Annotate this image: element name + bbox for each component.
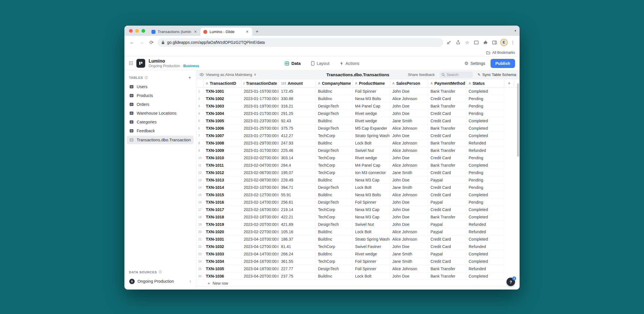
close-tab-icon[interactable]: ✕ (193, 30, 198, 34)
cell-transactionid[interactable]: TXN-1016 (204, 199, 241, 206)
row-number[interactable]: 24 (196, 258, 204, 265)
cell-productname[interactable]: M5 Cap Expander (353, 125, 390, 132)
cell-status[interactable]: Pending (466, 169, 504, 176)
row-number[interactable]: 25 (196, 265, 204, 272)
cell-transactiondate[interactable]: 2023-02-18T00:00:00Z (241, 213, 279, 220)
cell-salesperson[interactable]: Alice Johnson (390, 228, 428, 235)
cell-productname[interactable]: Rivet wedge (353, 250, 390, 257)
side-panel-icon[interactable] (491, 39, 498, 46)
cell-amount[interactable]: 284.4 (279, 162, 316, 169)
browser-tab-transactions[interactable]: Transactions (luminolabs/Tran ✕ (149, 28, 200, 36)
all-bookmarks-label[interactable]: All Bookmarks (492, 51, 515, 55)
cell-transactiondate[interactable]: 2023-02-12T00:00:00Z (241, 191, 279, 198)
cell-productname[interactable]: Lock Bolt (353, 184, 390, 191)
row-number[interactable]: 22 (196, 243, 204, 250)
cell-amount[interactable]: 394.71 (279, 184, 316, 191)
sidebar-item-orders[interactable]: Orders (127, 100, 194, 109)
cell-productname[interactable]: Nexa M3 Cap (353, 176, 390, 183)
cell-transactionid[interactable]: TXN-1008 (204, 139, 241, 146)
cell-status[interactable]: Completed (466, 236, 504, 243)
row-number[interactable]: 26 (196, 272, 204, 280)
row-number[interactable]: 11 (196, 162, 204, 169)
row-number[interactable]: 9 (196, 147, 204, 154)
cell-amount[interactable]: 412.27 (279, 132, 316, 139)
cell-amount[interactable]: 225.46 (279, 147, 316, 154)
cell-companyname[interactable]: TechCorp (316, 206, 353, 213)
cell-transactiondate[interactable]: 2023-02-10T00:00:00Z (241, 184, 279, 191)
cell-transactionid[interactable]: TXN-1034 (204, 258, 241, 265)
cell-transactiondate[interactable]: 2023-02-02T00:00:00Z (241, 154, 279, 161)
cell-amount[interactable]: 55.91 (279, 191, 316, 198)
forward-icon[interactable]: → (138, 39, 145, 46)
sidebar-item-users[interactable]: Users (127, 82, 194, 91)
cell-status[interactable]: Completed (466, 206, 504, 213)
vertical-scrollbar[interactable] (517, 83, 519, 157)
cell-paymentmethod[interactable]: Bank Transfer (428, 265, 466, 272)
cell-transactiondate[interactable]: 2023-04-14T00:00:00Z (241, 250, 279, 257)
tab-layout[interactable]: Layout (311, 61, 329, 66)
cell-amount[interactable]: 227.77 (279, 265, 316, 272)
cell-companyname[interactable]: BuildInc (316, 191, 353, 198)
cell-amount[interactable]: 195.07 (279, 169, 316, 176)
cell-productname[interactable]: M4 Panel Cap (353, 162, 390, 169)
cell-companyname[interactable]: BuildInc (316, 95, 353, 102)
sidebar-item-transactions-dbo-transactions[interactable]: Transactions.dbo.Transactions (127, 136, 194, 144)
cell-status[interactable]: Completed (466, 162, 504, 169)
cell-companyname[interactable]: BuildInc (316, 176, 353, 183)
profile-avatar[interactable]: E (500, 39, 508, 46)
cell-companyname[interactable]: DesignTech (316, 125, 353, 132)
reload-icon[interactable]: ⟳ (148, 39, 155, 46)
cell-amount[interactable]: 291.25 (279, 110, 316, 117)
cell-transactiondate[interactable]: 2023-02-06T00:00:00Z (241, 169, 279, 176)
cell-productname[interactable]: Lock Bolt (353, 139, 390, 146)
sync-table-schema-button[interactable]: ✎ Sync Table Schema (477, 73, 516, 77)
cell-salesperson[interactable]: Alice Johnson (390, 147, 428, 154)
cell-transactionid[interactable]: TXN-1005 (204, 117, 241, 124)
cell-salesperson[interactable]: John Doe (390, 213, 428, 220)
cell-paymentmethod[interactable]: Bank Transfer (428, 272, 466, 280)
cell-paymentmethod[interactable]: Credit Card (428, 110, 466, 117)
cell-transactionid[interactable]: TXN-1035 (204, 265, 241, 272)
cell-paymentmethod[interactable]: Credit Card (428, 95, 466, 102)
column-header-paymentmethod[interactable]: APaymentMethod (428, 79, 466, 87)
column-header-salesperson[interactable]: ASalesPerson (390, 79, 428, 87)
cell-amount[interactable]: 186.37 (279, 236, 316, 243)
cell-salesperson[interactable]: John Doe (390, 88, 428, 95)
cell-productname[interactable]: Swivel Nut (353, 221, 390, 228)
cell-transactionid[interactable]: TXN-1003 (204, 102, 241, 110)
cell-transactiondate[interactable]: 2023-02-04T00:00:00Z (241, 162, 279, 169)
cell-companyname[interactable]: DesignTech (316, 110, 353, 117)
cell-paymentmethod[interactable]: Credit Card (428, 258, 466, 265)
bookmark-star-icon[interactable]: ☆ (464, 39, 471, 46)
tab-search-chevron-icon[interactable]: ▾ (514, 29, 516, 33)
settings-button[interactable]: ⚙ Settings (464, 61, 485, 66)
cell-companyname[interactable]: BuildInc (316, 139, 353, 146)
cell-transactionid[interactable]: TXN-1020 (204, 228, 241, 235)
cell-status[interactable]: Refunded (466, 139, 504, 146)
row-number[interactable]: 12 (196, 169, 204, 176)
cell-transactiondate[interactable]: 2023-04-16T00:00:00Z (241, 258, 279, 265)
cell-status[interactable]: Pending (466, 199, 504, 206)
cell-companyname[interactable]: DesignTech (316, 184, 353, 191)
row-number[interactable]: 21 (196, 236, 204, 243)
cell-status[interactable]: Refunded (466, 147, 504, 154)
cell-status[interactable]: Refunded (466, 221, 504, 228)
cell-companyname[interactable]: DesignTech (316, 265, 353, 272)
cell-transactionid[interactable]: TXN-1018 (204, 213, 241, 220)
row-number[interactable]: 13 (196, 176, 204, 183)
cell-paymentmethod[interactable]: Bank Transfer (428, 162, 466, 169)
row-number[interactable]: 14 (196, 184, 204, 191)
new-row-button[interactable]: + New row (196, 280, 514, 287)
cell-status[interactable]: Pending (466, 184, 504, 191)
cell-amount[interactable]: 266.24 (279, 250, 316, 257)
cell-companyname[interactable]: TechCorp (316, 258, 353, 265)
add-table-button[interactable]: + (188, 75, 191, 80)
cell-paymentmethod[interactable]: Paypal (428, 250, 466, 257)
row-number[interactable]: 16 (196, 199, 204, 206)
cell-transactionid[interactable]: TXN-1019 (204, 221, 241, 228)
cell-transactionid[interactable]: TXN-1013 (204, 176, 241, 183)
cell-amount[interactable]: 421.89 (279, 221, 316, 228)
cell-paymentmethod[interactable]: Bank Transfer (428, 147, 466, 154)
cell-salesperson[interactable]: John Doe (390, 206, 428, 213)
cell-paymentmethod[interactable]: Bank Transfer (428, 125, 466, 132)
